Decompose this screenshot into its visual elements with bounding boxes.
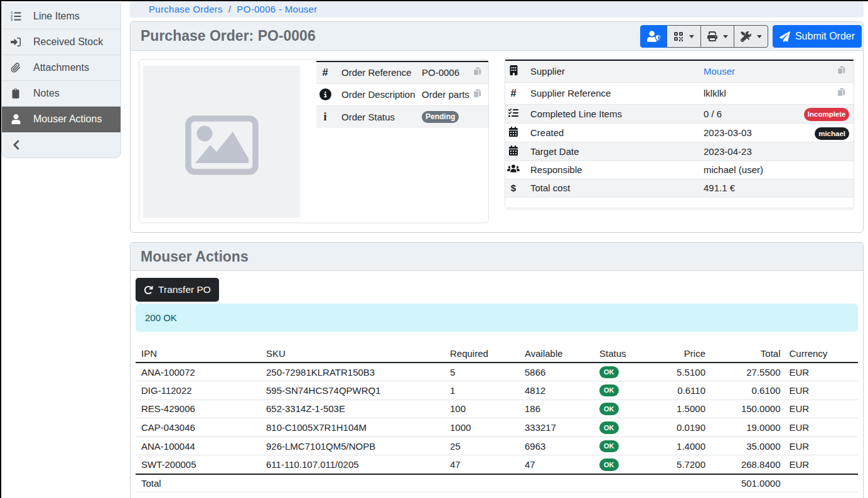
svg-text:2: 2 — [11, 14, 13, 18]
svg-text:1: 1 — [11, 11, 13, 14]
svg-text:3: 3 — [11, 18, 13, 21]
